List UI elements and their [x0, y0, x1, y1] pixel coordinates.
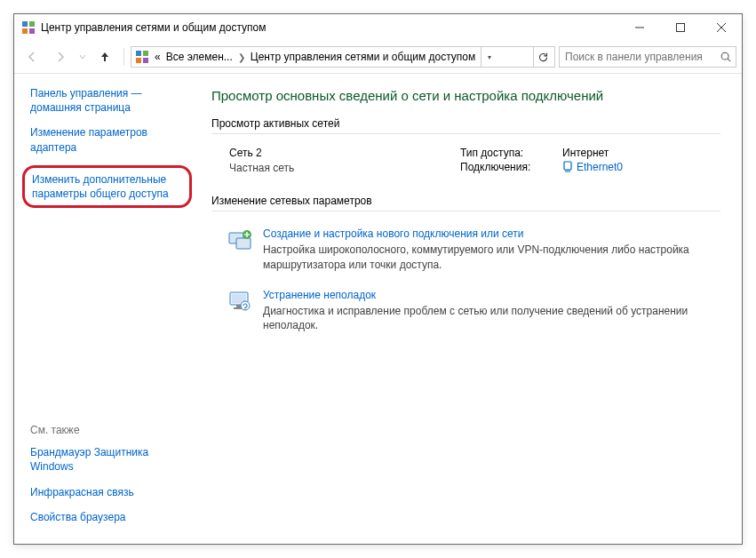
maximize-button[interactable]: [660, 14, 701, 41]
back-button[interactable]: [20, 44, 44, 69]
task-new-connection: Создание и настройка нового подключения …: [211, 220, 720, 282]
search-box[interactable]: [559, 46, 736, 68]
troubleshoot-icon: [227, 289, 252, 314]
separator: [123, 48, 124, 66]
forward-button[interactable]: [48, 44, 73, 69]
svg-point-12: [721, 52, 728, 60]
close-button[interactable]: [701, 14, 742, 41]
ethernet-icon: [562, 161, 573, 173]
up-button[interactable]: [92, 44, 117, 69]
breadcrumb-item[interactable]: Центр управления сетями и общим доступом: [251, 51, 476, 63]
titlebar: Центр управления сетями и общим доступом: [14, 14, 742, 41]
sidebar-browser-props-link[interactable]: Свойства браузера: [30, 510, 188, 524]
sidebar-infrared-link[interactable]: Инфракрасная связь: [30, 485, 188, 499]
sidebar-advanced-sharing-link[interactable]: Изменить дополнительные параметры общего…: [22, 165, 192, 208]
search-input[interactable]: [563, 50, 720, 64]
svg-rect-0: [22, 21, 28, 27]
breadcrumb-root-chevrons[interactable]: «: [155, 51, 161, 63]
svg-line-13: [728, 59, 730, 61]
access-type-value: Интернет: [562, 147, 609, 159]
recent-locations-button[interactable]: [76, 44, 89, 69]
search-icon[interactable]: [720, 51, 732, 63]
change-settings-heading: Изменение сетевых параметров: [211, 195, 720, 207]
sidebar-home-link[interactable]: Панель управления — домашняя страница: [30, 86, 188, 115]
window: Центр управления сетями и общим доступом: [13, 13, 743, 545]
see-also-heading: См. также: [30, 424, 188, 436]
network-center-icon: [21, 20, 36, 35]
task-troubleshoot-desc: Диагностика и исправление проблем с сеть…: [263, 304, 720, 334]
svg-rect-11: [143, 58, 148, 63]
svg-rect-10: [136, 58, 141, 63]
window-title: Центр управления сетями и общим доступом: [41, 21, 619, 34]
svg-point-26: [244, 308, 245, 309]
divider: [211, 133, 720, 134]
active-networks-heading: Просмотр активных сетей: [211, 117, 720, 130]
sidebar-adapter-settings-link[interactable]: Изменение параметров адаптера: [30, 125, 188, 154]
network-type: Частная сеть: [229, 162, 460, 174]
active-network-row: Сеть 2 Частная сеть Тип доступа: Интерне…: [211, 143, 720, 187]
task-troubleshoot-link[interactable]: Устранение неполадок: [263, 289, 720, 301]
svg-rect-14: [564, 162, 571, 170]
window-controls: [619, 14, 742, 41]
connection-adapter-link[interactable]: Ethernet0: [562, 161, 623, 173]
spacer: [30, 219, 188, 424]
task-new-connection-link[interactable]: Создание и настройка нового подключения …: [263, 227, 720, 240]
svg-rect-19: [236, 238, 251, 249]
sidebar-firewall-link[interactable]: Брандмауэр Защитника Windows: [30, 445, 188, 474]
network-details: Тип доступа: Интернет Подключения: Ether…: [460, 147, 720, 175]
content: Просмотр основных сведений о сети и наст…: [199, 74, 742, 544]
adapter-name: Ethernet0: [577, 161, 623, 173]
sidebar: Панель управления — домашняя страница Из…: [14, 74, 199, 544]
svg-rect-1: [29, 21, 35, 27]
body: Панель управления — домашняя страница Из…: [14, 73, 742, 544]
svg-rect-3: [29, 28, 35, 34]
connections-label: Подключения:: [460, 161, 562, 173]
task-troubleshoot: Устранение неполадок Диагностика и испра…: [211, 282, 720, 343]
divider: [211, 211, 720, 211]
address-history-dropdown[interactable]: ▾: [481, 47, 497, 67]
page-heading: Просмотр основных сведений о сети и наст…: [211, 88, 720, 103]
svg-rect-9: [143, 51, 148, 56]
breadcrumb-item[interactable]: Все элемен...: [166, 51, 233, 63]
navbar: « Все элемен... ❯ Центр управления сетям…: [14, 41, 742, 73]
new-connection-icon: [227, 227, 252, 252]
minimize-button[interactable]: [619, 14, 660, 41]
svg-rect-5: [677, 24, 685, 32]
control-panel-icon: [135, 50, 149, 64]
network-info: Сеть 2 Частная сеть: [229, 147, 460, 175]
task-new-connection-desc: Настройка широкополосного, коммутируемог…: [263, 243, 720, 273]
svg-rect-2: [22, 28, 28, 34]
network-name: Сеть 2: [229, 147, 460, 159]
access-type-label: Тип доступа:: [460, 147, 562, 159]
chevron-right-icon[interactable]: ❯: [238, 52, 245, 62]
address-bar[interactable]: « Все элемен... ❯ Центр управления сетям…: [131, 46, 555, 68]
svg-rect-8: [136, 51, 141, 56]
refresh-button[interactable]: [533, 47, 553, 67]
